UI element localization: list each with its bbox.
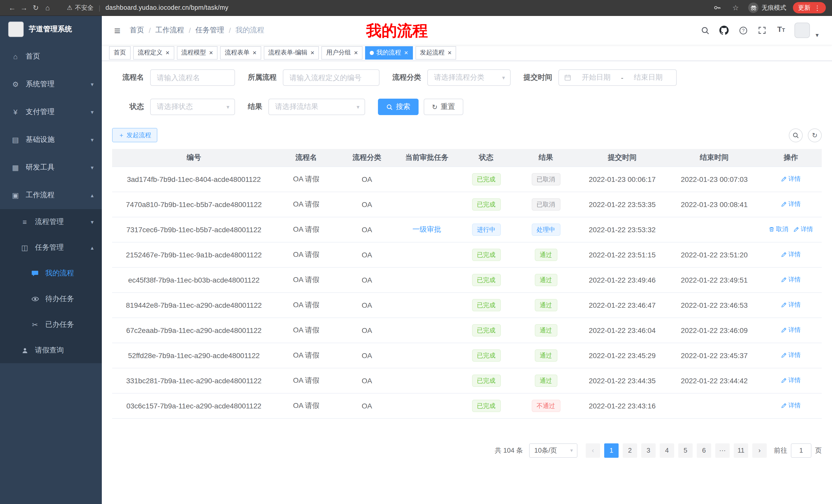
table-cell: 67c2eaab-7b9a-11ec-a290-acde48001122 bbox=[112, 317, 276, 343]
sidebar-item[interactable]: ◫任务管理▴ bbox=[0, 235, 102, 260]
forward-icon[interactable]: → bbox=[18, 4, 30, 11]
breadcrumb-item[interactable]: 首页 bbox=[130, 26, 144, 35]
toolbar-icons: ↻ bbox=[789, 128, 822, 142]
sidebar-item[interactable]: 待办任务 bbox=[0, 286, 102, 312]
detail-link[interactable]: 详情 bbox=[781, 200, 801, 208]
sidebar-item[interactable]: 请假查询 bbox=[0, 338, 102, 363]
github-icon[interactable] bbox=[718, 25, 730, 36]
help-icon[interactable]: ? bbox=[737, 25, 749, 36]
close-icon[interactable]: × bbox=[404, 49, 408, 56]
update-button[interactable]: 更新 ⋮ bbox=[793, 2, 826, 13]
table-cell: 2022-01-22 23:51:20 bbox=[669, 242, 760, 267]
avatar[interactable] bbox=[795, 23, 810, 38]
page-button[interactable]: 5 bbox=[678, 443, 693, 457]
table-cell: OA 请假 bbox=[276, 343, 337, 368]
tab-item[interactable]: 流程表单× bbox=[220, 46, 261, 59]
close-icon[interactable]: × bbox=[165, 49, 170, 56]
sidebar-item[interactable]: ≡流程管理▾ bbox=[0, 209, 102, 235]
sidebar-item[interactable]: ✂已办任务 bbox=[0, 312, 102, 338]
sidebar-item[interactable]: ▤基础设施▾ bbox=[0, 126, 102, 153]
sidebar-item[interactable]: ▣工作流程▴ bbox=[0, 181, 102, 209]
sidebar-item-label: 流程管理 bbox=[35, 217, 64, 227]
tabs-bar: 首页流程定义×流程模型×流程表单×流程表单-编辑×用户分组×我的流程×发起流程× bbox=[102, 45, 832, 61]
address-separator: | bbox=[99, 4, 101, 11]
date-range-picker[interactable]: 开始日期 - 结束日期 bbox=[558, 69, 677, 86]
page-button[interactable]: 1 bbox=[604, 443, 619, 457]
name-input[interactable] bbox=[150, 69, 235, 86]
category-placeholder: 请选择流程分类 bbox=[434, 73, 499, 82]
reset-button[interactable]: ↻ 重置 bbox=[424, 99, 463, 115]
page-button[interactable]: 4 bbox=[660, 443, 674, 457]
toggle-search-icon[interactable] bbox=[789, 128, 803, 142]
page-size-select[interactable]: 10条/页 ▾ bbox=[529, 443, 577, 457]
detail-link[interactable]: 详情 bbox=[781, 275, 801, 284]
status-tag: 已完成 bbox=[472, 324, 501, 336]
font-size-icon[interactable]: TT bbox=[775, 25, 787, 36]
category-select[interactable]: 请选择流程分类 ▾ bbox=[427, 69, 511, 86]
sidebar-item[interactable]: ¥支付管理▾ bbox=[0, 98, 102, 126]
goto-page-input[interactable] bbox=[791, 443, 811, 457]
process-input[interactable] bbox=[283, 69, 380, 86]
chevron-up-icon: ▴ bbox=[91, 192, 94, 199]
table-cell: 52ffd28e-7b9a-11ec-a290-acde48001122 bbox=[112, 343, 276, 368]
page-button[interactable]: 3 bbox=[641, 443, 656, 457]
sidebar-item-label: 基础设施 bbox=[26, 135, 54, 144]
prev-page-button[interactable]: ‹ bbox=[586, 443, 600, 457]
table-cell: ec45f38f-7b9a-11ec-b03b-acde48001122 bbox=[112, 267, 276, 292]
status-select[interactable]: 请选择状态 ▾ bbox=[150, 99, 235, 115]
back-icon[interactable]: ← bbox=[6, 4, 18, 11]
detail-link[interactable]: 详情 bbox=[781, 401, 801, 410]
tab-item[interactable]: 流程定义× bbox=[133, 46, 174, 59]
result-placeholder: 请选择流结果 bbox=[275, 102, 354, 111]
tab-item[interactable]: 发起流程× bbox=[415, 46, 456, 59]
home-icon[interactable]: ⌂ bbox=[42, 4, 53, 11]
address-url[interactable]: dashboard.yudao.iocoder.cn/bpm/task/my bbox=[105, 4, 228, 11]
sidebar-item[interactable]: 我的流程 bbox=[0, 260, 102, 286]
task-link[interactable]: 一级审批 bbox=[412, 225, 441, 233]
browser-menu-icon[interactable]: ⋮ bbox=[814, 4, 821, 11]
refresh-table-icon[interactable]: ↻ bbox=[808, 128, 822, 142]
table-cell: 详情 bbox=[760, 368, 822, 393]
tab-item[interactable]: 流程模型× bbox=[177, 46, 217, 59]
sidebar-item[interactable]: ⌂首页 bbox=[0, 43, 102, 71]
close-icon[interactable]: × bbox=[354, 49, 358, 56]
page-button[interactable]: 2 bbox=[623, 443, 637, 457]
search-button[interactable]: 搜索 bbox=[378, 99, 419, 115]
detail-link[interactable]: 详情 bbox=[781, 301, 801, 309]
bookmark-star-icon[interactable]: ☆ bbox=[730, 4, 742, 11]
table-cell bbox=[397, 292, 457, 317]
search-icon[interactable] bbox=[699, 25, 711, 36]
detail-link[interactable]: 详情 bbox=[781, 326, 801, 334]
key-icon[interactable] bbox=[712, 2, 723, 13]
close-icon[interactable]: × bbox=[253, 49, 256, 56]
reload-icon[interactable]: ↻ bbox=[30, 4, 42, 11]
tab-item[interactable]: 用户分组× bbox=[322, 46, 363, 59]
detail-link[interactable]: 详情 bbox=[781, 250, 801, 259]
page-button[interactable]: 11 bbox=[734, 443, 748, 457]
sidebar-item[interactable]: ▦研发工具▾ bbox=[0, 153, 102, 181]
breadcrumb-item[interactable]: 任务管理 bbox=[196, 26, 224, 35]
table-cell: OA bbox=[337, 368, 397, 393]
tab-item[interactable]: 我的流程× bbox=[365, 46, 413, 59]
next-page-button[interactable]: › bbox=[752, 443, 767, 457]
action-label: 详情 bbox=[788, 376, 801, 385]
sidebar-item[interactable]: ⚙系统管理▾ bbox=[0, 71, 102, 98]
hamburger-icon[interactable]: ≡ bbox=[114, 25, 121, 36]
breadcrumb-item[interactable]: 工作流程 bbox=[155, 26, 184, 35]
detail-link[interactable]: 详情 bbox=[781, 175, 801, 184]
page-button[interactable]: 6 bbox=[697, 443, 711, 457]
cancel-link[interactable]: 取消 bbox=[769, 225, 788, 234]
close-icon[interactable]: × bbox=[448, 49, 451, 56]
result-select[interactable]: 请选择流结果 ▾ bbox=[268, 99, 365, 115]
table-cell: 通过 bbox=[516, 368, 576, 393]
tab-item[interactable]: 首页 bbox=[109, 46, 131, 59]
close-icon[interactable]: × bbox=[311, 49, 314, 56]
tab-item[interactable]: 流程表单-编辑× bbox=[264, 46, 319, 59]
create-process-button[interactable]: ＋ 发起流程 bbox=[112, 128, 157, 142]
sidebar-item-label: 已办任务 bbox=[45, 320, 74, 329]
detail-link[interactable]: 详情 bbox=[794, 225, 813, 234]
detail-link[interactable]: 详情 bbox=[781, 376, 801, 385]
fullscreen-icon[interactable] bbox=[756, 25, 768, 36]
close-icon[interactable]: × bbox=[209, 49, 213, 56]
detail-link[interactable]: 详情 bbox=[781, 351, 801, 360]
